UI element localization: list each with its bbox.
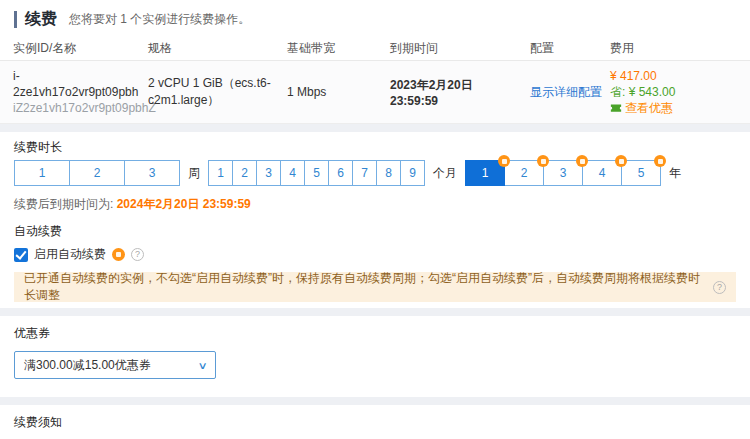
saving-amount: ¥ 543.00: [629, 85, 676, 99]
duration-week-group: 123: [14, 160, 180, 186]
col-header-bandwidth: 基础带宽: [287, 37, 390, 60]
chevron-down-icon: ∨: [197, 360, 207, 371]
discount-badge-icon: [498, 155, 510, 167]
duration-option-month-9[interactable]: 9: [400, 160, 425, 186]
banner-text: 已开通自动续费的实例，不勾选“启用自动续费”时，保持原有自动续费周期；勾选“启用…: [24, 270, 707, 304]
duration-option-month-4[interactable]: 4: [280, 160, 305, 186]
instance-id: i-2ze1vh17o2vr9pt09pbh: [13, 68, 140, 100]
instance-table-header: 实例ID/名称 规格 基础带宽 到期时间 配置 费用: [0, 37, 750, 61]
duration-option-label: 4: [599, 166, 606, 180]
banner-help-icon[interactable]: ?: [713, 281, 726, 294]
duration-option-label: 5: [313, 166, 320, 180]
config-cell: 显示详细配置: [530, 84, 610, 101]
duration-option-month-7[interactable]: 7: [352, 160, 377, 186]
duration-option-label: 9: [409, 166, 416, 180]
duration-option-label: 2: [241, 166, 248, 180]
instance-name: iZ2ze1vh17o2vr9pt09pbhZ: [13, 100, 140, 116]
saving-text: 省: ¥ 543.00: [610, 84, 742, 100]
duration-option-label: 3: [149, 166, 156, 180]
spec-cell: 2 vCPU 1 GiB（ecs.t6-c2m1.large）: [148, 75, 287, 109]
duration-option-year-5[interactable]: 5: [621, 160, 661, 186]
duration-option-label: 2: [94, 166, 101, 180]
discount-badge-icon: [654, 155, 666, 167]
duration-option-week-3[interactable]: 3: [124, 160, 180, 186]
duration-option-month-5[interactable]: 5: [304, 160, 329, 186]
auto-renew-checkbox-label: 启用自动续费: [34, 246, 106, 263]
duration-option-label: 1: [482, 166, 489, 180]
price-text: ¥ 417.00: [610, 68, 742, 84]
duration-option-label: 1: [39, 166, 46, 180]
duration-option-label: 3: [560, 166, 567, 180]
page-subtitle: 您将要对 1 个实例进行续费操作。: [69, 11, 250, 28]
after-renewal-line: 续费后到期时间为: 2024年2月20日 23:59:59: [14, 197, 736, 211]
col-header-spec: 规格: [148, 37, 287, 60]
duration-option-month-8[interactable]: 8: [376, 160, 401, 186]
auto-renew-info-banner: 已开通自动续费的实例，不勾选“启用自动续费”时，保持原有自动续费周期；勾选“启用…: [14, 272, 736, 302]
duration-option-month-1[interactable]: 1: [208, 160, 233, 186]
duration-option-label: 3: [265, 166, 272, 180]
saving-label: 省:: [610, 85, 625, 99]
coupon-section-label: 优惠券: [14, 326, 736, 340]
duration-option-year-1[interactable]: 1: [465, 160, 505, 186]
week-unit-label: 周: [188, 165, 200, 182]
month-unit-label: 个月: [433, 165, 457, 182]
year-unit-label: 年: [669, 165, 681, 182]
expire-time-cell: 2023年2月20日 23:59:59: [390, 77, 530, 108]
discount-badge-icon: [112, 248, 125, 261]
duration-section-label: 续费时长: [14, 140, 736, 154]
duration-option-year-3[interactable]: 3: [543, 160, 583, 186]
title-accent-bar: [14, 11, 17, 28]
duration-option-year-4[interactable]: 4: [582, 160, 622, 186]
coupon-selected-option: 满300.00减15.00优惠券: [24, 357, 151, 374]
duration-option-label: 6: [337, 166, 344, 180]
view-discount-link[interactable]: 查看优惠: [610, 100, 673, 116]
duration-option-week-1[interactable]: 1: [14, 160, 70, 186]
duration-option-label: 1: [217, 166, 224, 180]
coupon-select[interactable]: 满300.00减15.00优惠券 ∨: [14, 351, 216, 379]
auto-renew-section-label: 自动续费: [14, 224, 736, 238]
help-icon[interactable]: ?: [131, 248, 144, 261]
after-renewal-label: 续费后到期时间为:: [14, 197, 113, 211]
duration-option-month-3[interactable]: 3: [256, 160, 281, 186]
renew-header-panel: 续费 您将要对 1 个实例进行续费操作。 实例ID/名称 规格 基础带宽 到期时…: [0, 0, 750, 124]
duration-option-label: 7: [361, 166, 368, 180]
instance-table-row: i-2ze1vh17o2vr9pt09pbh iZ2ze1vh17o2vr9pt…: [0, 61, 750, 124]
view-discount-label: 查看优惠: [625, 100, 673, 116]
duration-option-month-6[interactable]: 6: [328, 160, 353, 186]
duration-option-label: 8: [385, 166, 392, 180]
notice-section-label: 续费须知: [14, 415, 736, 429]
show-config-link[interactable]: 显示详细配置: [530, 85, 602, 99]
discount-badge-icon: [576, 155, 588, 167]
fee-cell: ¥ 417.00 省: ¥ 543.00 查看优惠: [610, 68, 750, 116]
bandwidth-cell: 1 Mbps: [287, 85, 390, 99]
discount-badge-icon: [537, 155, 549, 167]
duration-year-group: 12345: [465, 160, 661, 186]
duration-option-label: 2: [521, 166, 528, 180]
col-header-config: 配置: [530, 37, 610, 60]
coupon-panel: 优惠券 满300.00减15.00优惠券 ∨: [0, 316, 750, 397]
duration-option-label: 5: [638, 166, 645, 180]
duration-month-group: 123456789: [208, 160, 425, 186]
duration-option-label: 4: [289, 166, 296, 180]
col-header-fee: 费用: [610, 37, 750, 60]
after-renewal-time: 2024年2月20日 23:59:59: [117, 197, 251, 211]
page-header: 续费 您将要对 1 个实例进行续费操作。: [0, 0, 750, 37]
duration-option-month-2[interactable]: 2: [232, 160, 257, 186]
col-header-instance: 实例ID/名称: [13, 37, 148, 60]
instance-id-cell: i-2ze1vh17o2vr9pt09pbh iZ2ze1vh17o2vr9pt…: [13, 68, 148, 116]
page-title: 续费: [25, 9, 57, 30]
renew-duration-panel: 续费时长 123 周 123456789 个月 12345 年 续费后到期时间为…: [0, 132, 750, 308]
duration-selector: 123 周 123456789 个月 12345 年: [14, 160, 736, 186]
col-header-expire: 到期时间: [390, 37, 530, 60]
auto-renew-checkbox[interactable]: [14, 248, 28, 262]
auto-renew-checkbox-row: 启用自动续费 ?: [14, 246, 736, 263]
duration-option-year-2[interactable]: 2: [504, 160, 544, 186]
duration-option-week-2[interactable]: 2: [69, 160, 125, 186]
discount-badge-icon: [615, 155, 627, 167]
coupon-ticket-icon: [610, 103, 622, 113]
notice-panel: 续费须知 续费价格按照基础带宽进行计算。 ? 《云服务器 ECS 服务条款》 |…: [0, 405, 750, 439]
